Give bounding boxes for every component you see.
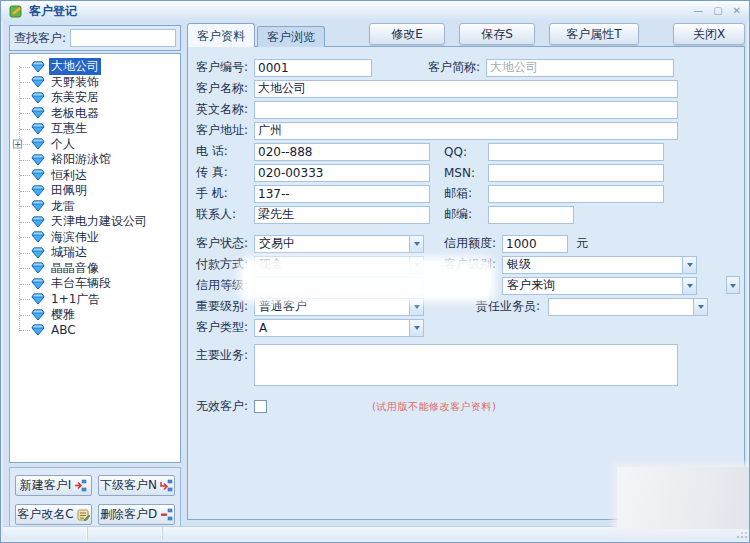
zip-field[interactable]	[488, 206, 574, 224]
delete-customer-button[interactable]: 删除客户D	[98, 504, 175, 525]
rename-customer-icon	[77, 508, 90, 521]
type-select[interactable]: A	[254, 319, 424, 337]
tree-item[interactable]: 互惠生	[12, 121, 178, 137]
tree-item[interactable]: 田佩明	[12, 183, 178, 199]
tree-item-label: 天津电力建设公司	[49, 213, 149, 230]
fax-field[interactable]	[254, 164, 430, 182]
tab-row: 客户资料 客户浏览 修改E 保存S 客户属性T 关闭X	[187, 23, 745, 47]
customer-gem-icon	[31, 138, 45, 150]
qq-label: QQ:	[444, 145, 488, 159]
customer-list-panel: 查找客户: 大地公司	[9, 25, 181, 533]
customer-gem-icon	[31, 123, 45, 135]
tree-item-label: 海滨伟业	[49, 229, 101, 246]
tree-expander-icon[interactable]: +	[13, 140, 22, 149]
tree-item[interactable]: 大地公司	[12, 59, 178, 75]
level-select[interactable]: 银级	[502, 256, 697, 274]
tree-item[interactable]: 裕阳游泳馆	[12, 152, 178, 168]
customer-tree: 大地公司 天野装饰	[9, 53, 181, 463]
customer-gem-icon	[31, 92, 45, 104]
customer-gem-icon	[31, 309, 45, 321]
phone-field[interactable]	[254, 143, 430, 161]
tree-item[interactable]: 城瑞达	[12, 245, 178, 261]
credit-limit-field[interactable]	[502, 235, 568, 253]
dropdown-arrow-icon[interactable]	[409, 320, 423, 336]
sub-customer-button[interactable]: 下级客户N	[98, 475, 175, 496]
status-select[interactable]: 交易中	[254, 235, 424, 253]
tree-item-label: 城瑞达	[49, 244, 89, 261]
tree-item-label: 龙雷	[49, 198, 77, 215]
level-value: 银级	[507, 256, 531, 273]
importance-select[interactable]: 普通客户	[254, 298, 424, 316]
tree-item[interactable]: 晶晶音像	[12, 261, 178, 277]
tree-item[interactable]: 龙雷	[12, 199, 178, 215]
tree-item[interactable]: 天津电力建设公司	[12, 214, 178, 230]
tab-customer-info[interactable]: 客户资料	[187, 23, 255, 47]
close-form-button[interactable]: 关闭X	[673, 23, 745, 45]
address-field[interactable]	[254, 122, 678, 140]
customer-attributes-button[interactable]: 客户属性T	[549, 23, 639, 45]
maximize-button[interactable]: ▢	[713, 6, 722, 16]
customer-gem-icon	[31, 247, 45, 259]
customer-gem-icon	[31, 107, 45, 119]
contact-label: 联系人:	[196, 206, 254, 223]
source-select[interactable]: 客户来询	[502, 277, 697, 295]
tree-item-label: 晶晶音像	[49, 260, 101, 277]
toolbar: 修改E 保存S 客户属性T 关闭X	[369, 23, 745, 47]
invalid-customer-checkbox[interactable]	[254, 400, 267, 413]
search-box: 查找客户:	[9, 25, 181, 51]
dropdown-arrow-icon[interactable]	[682, 278, 696, 294]
tree-item[interactable]: 丰台车辆段	[12, 276, 178, 292]
qq-field[interactable]	[488, 143, 664, 161]
tree-item-label: 东美安居	[49, 89, 101, 106]
window-title: 客户登记	[29, 3, 77, 20]
tree-item[interactable]: 海滨伟业	[12, 230, 178, 246]
resize-grip[interactable]	[735, 528, 747, 540]
new-customer-button[interactable]: 新建客户I	[15, 475, 92, 496]
tree-item-label: 丰台车辆段	[49, 275, 113, 292]
watermark-blur	[617, 467, 750, 529]
tree-item[interactable]: 东美安居	[12, 90, 178, 106]
customer-actions-panel: 新建客户I 下级客户N 客户改名C	[9, 467, 181, 533]
tree-item[interactable]: 1+1广告	[12, 292, 178, 308]
delete-customer-icon	[160, 508, 173, 521]
tree-item[interactable]: 恒利达	[12, 168, 178, 184]
salesman-label: 责任业务员:	[476, 298, 548, 315]
tree-item-label: 老板电器	[49, 105, 101, 122]
dropdown-arrow-icon[interactable]	[682, 257, 696, 273]
dropdown-arrow-icon[interactable]	[409, 299, 423, 315]
rename-customer-button[interactable]: 客户改名C	[15, 504, 92, 525]
close-button[interactable]: ✕	[733, 6, 741, 16]
customer-name-field[interactable]	[254, 80, 678, 98]
salesman-select[interactable]	[548, 298, 708, 316]
app-icon	[9, 4, 23, 18]
tree-item[interactable]: 老板电器	[12, 106, 178, 122]
fax-label: 传 真:	[196, 164, 254, 181]
mobile-field[interactable]	[254, 185, 430, 203]
new-customer-button-label: 新建客户I	[20, 477, 72, 494]
search-input[interactable]	[70, 29, 176, 47]
english-name-field[interactable]	[254, 101, 678, 119]
status-label: 客户状态:	[196, 235, 254, 252]
tree-item[interactable]: ABC	[12, 323, 178, 339]
dropdown-arrow-icon[interactable]	[409, 236, 423, 252]
english-name-label: 英文名称:	[196, 101, 254, 118]
contact-field[interactable]	[254, 206, 430, 224]
customer-gem-icon	[31, 278, 45, 290]
tree-item[interactable]: 樱雅	[12, 307, 178, 323]
tab-customer-browse[interactable]: 客户浏览	[257, 26, 325, 47]
edit-button[interactable]: 修改E	[369, 23, 445, 45]
dropdown-arrow-icon[interactable]	[726, 276, 740, 294]
dropdown-arrow-icon[interactable]	[693, 299, 707, 315]
minimize-button[interactable]: —	[693, 6, 703, 16]
tree-item[interactable]: 天野装饰	[12, 75, 178, 91]
msn-field[interactable]	[488, 164, 664, 182]
importance-value: 普通客户	[259, 298, 307, 315]
email-field[interactable]	[488, 185, 664, 203]
main-business-field[interactable]	[254, 344, 678, 386]
importance-label: 重要级别:	[196, 298, 254, 315]
save-button[interactable]: 保存S	[459, 23, 535, 45]
tree-item[interactable]: + 个人	[12, 137, 178, 153]
customer-no-field[interactable]	[254, 59, 372, 77]
customer-gem-icon	[31, 231, 45, 243]
customer-gem-icon	[31, 169, 45, 181]
